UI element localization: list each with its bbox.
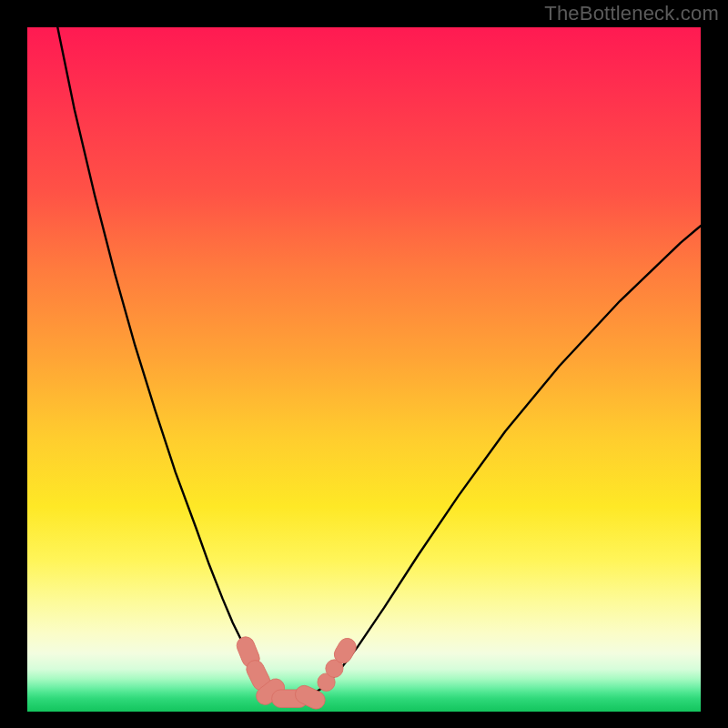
marker-group [234, 634, 359, 712]
chart-frame: TheBottleneck.com [0, 0, 728, 728]
plot-area [27, 27, 701, 712]
watermark-text: TheBottleneck.com [544, 2, 719, 25]
curve-group [57, 27, 701, 700]
chart-overlay-svg [27, 27, 701, 712]
bottleneck-curve [57, 27, 701, 700]
